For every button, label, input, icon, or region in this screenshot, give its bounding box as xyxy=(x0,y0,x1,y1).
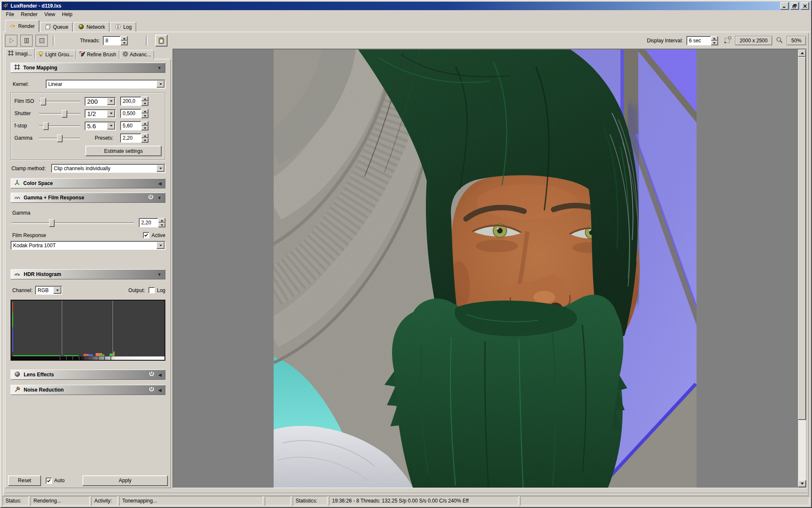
section-color-space[interactable]: Color Space ◀ xyxy=(11,178,165,188)
presets-value[interactable]: 2,20 xyxy=(120,133,141,143)
gamma-film-power-icon[interactable] xyxy=(148,194,154,202)
shutter-slider[interactable] xyxy=(38,110,81,117)
histogram-gridline xyxy=(112,301,113,360)
gamma-value[interactable]: 2,20 xyxy=(139,218,158,227)
section-noise-reduction[interactable]: Noise Reduction ◀ xyxy=(11,385,165,395)
sidebar-tab-advanced[interactable]: Advanc... xyxy=(120,50,154,59)
fstop-up-icon[interactable] xyxy=(141,121,148,126)
shutter-combo[interactable]: 1/2 xyxy=(85,109,116,118)
lens-power-icon[interactable] xyxy=(148,371,155,378)
channel-combo[interactable]: RGB xyxy=(35,286,62,295)
clamp-combo[interactable]: Clip channels individually xyxy=(51,164,165,173)
tab-log[interactable]: Log xyxy=(110,22,136,32)
film-iso-dd-icon[interactable] xyxy=(107,98,115,105)
menu-file[interactable]: File xyxy=(3,11,17,18)
section-lens-effects[interactable]: Lens Effects ◀ xyxy=(11,370,165,380)
auto-label: Auto xyxy=(54,478,65,483)
noise-collapsed-icon[interactable]: ◀ xyxy=(158,388,162,392)
apply-button[interactable]: Apply xyxy=(82,475,168,486)
histogram-bump-green xyxy=(100,354,104,356)
scrollbar-thumb[interactable] xyxy=(798,57,806,420)
color-space-collapsed-icon[interactable]: ◀ xyxy=(158,181,162,186)
play-button[interactable] xyxy=(5,35,17,47)
film-iso-spin-value[interactable]: 200,0 xyxy=(120,97,141,106)
gamma-slider[interactable] xyxy=(11,219,134,226)
gamma-film-icon xyxy=(14,195,20,201)
film-iso-combo[interactable]: 200 xyxy=(85,97,116,106)
gamma-down-icon[interactable] xyxy=(158,223,165,227)
pause-button[interactable] xyxy=(20,35,33,47)
titlebar: LuxRender - d119.lxs xyxy=(2,2,810,10)
collapse-arrow-icon[interactable]: ▼ xyxy=(157,66,162,70)
rendered-image xyxy=(274,50,697,488)
section-gamma-film[interactable]: Gamma + Film Response ▼ xyxy=(11,193,165,203)
lens-collapsed-icon[interactable]: ◀ xyxy=(158,373,162,377)
display-interval-value[interactable]: 6 sec xyxy=(686,36,711,45)
film-iso-slider[interactable] xyxy=(38,97,81,105)
presets-up-icon[interactable] xyxy=(141,133,148,138)
gamma-film-collapse-icon[interactable]: ▼ xyxy=(157,196,162,200)
tab-network[interactable]: Network xyxy=(74,22,110,32)
histogram-icon xyxy=(14,271,20,278)
tab-queue[interactable]: Queue xyxy=(40,22,73,32)
estimate-settings-button[interactable]: Estimate settings xyxy=(85,146,162,156)
interval-up-icon[interactable] xyxy=(711,36,718,41)
film-response-value: Kodak Portra 100T xyxy=(13,243,56,248)
kernel-combo[interactable]: Linear xyxy=(46,80,165,88)
log-checkbox[interactable] xyxy=(148,287,155,293)
active-checkbox[interactable] xyxy=(143,232,149,238)
sidebar-panel: Tone Mapping ▼ Kernel: Linear Film ISO 2… xyxy=(5,59,171,488)
menu-help[interactable]: Help xyxy=(59,11,76,18)
threads-down-icon[interactable] xyxy=(121,41,128,45)
sidebar-tab-imaging[interactable]: Imagi... xyxy=(5,48,35,59)
fstop-down-icon[interactable] xyxy=(141,126,148,130)
channel-dd-icon[interactable] xyxy=(53,287,61,294)
copy-to-clipboard-button[interactable] xyxy=(155,35,167,47)
fstop-spin-value[interactable]: 5,60 xyxy=(120,121,141,130)
tm-gamma-slider[interactable] xyxy=(38,134,81,142)
vertical-scrollbar[interactable] xyxy=(798,50,806,487)
scroll-down-button[interactable] xyxy=(798,480,806,487)
restore-button[interactable] xyxy=(790,2,799,10)
interval-down-icon[interactable] xyxy=(711,41,718,45)
film-response-dd-icon[interactable] xyxy=(156,242,165,249)
fit-selection-icon[interactable] xyxy=(724,36,732,45)
auto-checkbox[interactable] xyxy=(46,478,52,484)
close-button[interactable] xyxy=(801,2,809,10)
shutter-dd-icon[interactable] xyxy=(107,110,115,117)
tab-render[interactable]: Render xyxy=(5,20,39,32)
histogram-collapse-icon[interactable]: ▼ xyxy=(157,272,162,277)
film-response-combo[interactable]: Kodak Portra 100T xyxy=(11,241,165,250)
film-iso-up-icon[interactable] xyxy=(141,97,148,101)
fstop-dd-icon[interactable] xyxy=(107,122,115,130)
toolbar-separator2 xyxy=(146,36,148,46)
zoom-readout[interactable]: 50% xyxy=(787,36,806,45)
scroll-up-button[interactable] xyxy=(798,50,806,57)
shutter-spin-value[interactable]: 0,500 xyxy=(120,109,141,118)
film-iso-down-icon[interactable] xyxy=(141,101,148,106)
reset-button[interactable]: Reset xyxy=(8,475,41,486)
sidebar-tab-refine-brush[interactable]: Refine Brush xyxy=(77,50,119,59)
menu-render[interactable]: Render xyxy=(17,11,41,18)
clamp-dd-icon[interactable] xyxy=(156,165,165,172)
resolution-readout[interactable]: 2000 x 2500 xyxy=(735,36,772,45)
sidebar-tab-light-groups[interactable]: Light Grou... xyxy=(35,50,76,59)
shutter-up-icon[interactable] xyxy=(141,109,148,113)
threads-up-icon[interactable] xyxy=(121,36,128,41)
threads-value[interactable]: 8 xyxy=(103,36,121,45)
section-tone-mapping[interactable]: Tone Mapping ▼ xyxy=(11,63,165,73)
magnifier-icon[interactable] xyxy=(776,36,783,45)
kernel-dropdown-icon[interactable] xyxy=(156,80,165,88)
kernel-row: Kernel: Linear xyxy=(11,80,165,88)
minimize-button[interactable] xyxy=(780,2,789,10)
noise-power-icon[interactable] xyxy=(148,386,155,394)
menu-view[interactable]: View xyxy=(41,11,59,18)
film-response-row: Film Response Active xyxy=(11,232,165,238)
shutter-down-icon[interactable] xyxy=(141,113,148,118)
fstop-combo[interactable]: 5.6 xyxy=(85,121,116,130)
presets-down-icon[interactable] xyxy=(141,138,148,143)
fstop-slider[interactable] xyxy=(38,122,81,130)
stop-button[interactable] xyxy=(36,35,48,47)
section-hdr-histogram[interactable]: HDR Histogram ▼ xyxy=(11,269,165,279)
gamma-up-icon[interactable] xyxy=(158,218,165,223)
